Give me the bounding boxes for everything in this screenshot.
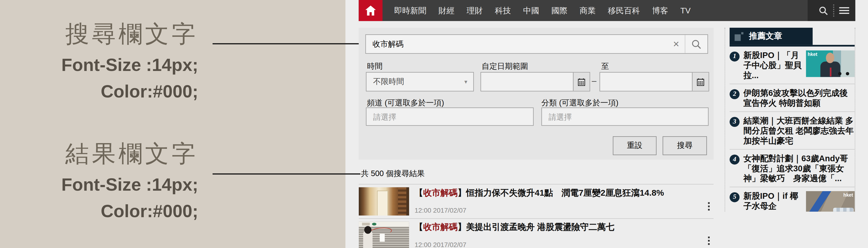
annotation-pointer-line-results xyxy=(213,173,360,175)
article-thumbnail[interactable]: hket xyxy=(806,50,855,77)
thumbnail-detail xyxy=(838,72,841,75)
rank-badge[interactable]: 1 xyxy=(730,51,740,61)
reset-button[interactable]: 重設 xyxy=(613,136,656,155)
hamburger-menu-icon[interactable] xyxy=(839,7,849,8)
nav-item-business[interactable]: 商業 xyxy=(574,5,601,16)
channel-input[interactable] xyxy=(366,108,534,126)
date-to-input[interactable] xyxy=(600,73,692,91)
result-title[interactable]: 【收市解碼】美提出引渡孟晚舟 港股震盪險守二萬七 xyxy=(415,222,714,233)
calendar-icon xyxy=(578,78,585,85)
time-select[interactable]: 不限時間 ▼ xyxy=(366,72,474,91)
search-submit-icon[interactable] xyxy=(685,39,708,49)
rank-badge[interactable]: 4 xyxy=(730,154,740,164)
nav-item-china[interactable]: 中國 xyxy=(517,5,545,16)
nav-item-international[interactable]: 國際 xyxy=(545,5,574,16)
thumbnail-detail xyxy=(377,191,388,216)
recommended-title: 推薦文章 xyxy=(749,31,782,42)
top-nav: 即時新聞 財經 理財 科技 中國 國際 商業 移民百科 博客 TV xyxy=(359,0,855,21)
nav-divider xyxy=(833,4,834,17)
category-input[interactable] xyxy=(541,108,709,126)
time-label: 時間 xyxy=(367,61,382,72)
search-annotation-color: Color:#000; xyxy=(0,82,198,101)
caret-down-icon: ▼ xyxy=(463,79,473,84)
search-panel: × 時間 不限時間 ▼ 自定日期範圍 xyxy=(359,28,714,160)
pages-icon xyxy=(735,32,743,40)
thumbnail-detail xyxy=(362,222,370,225)
home-icon xyxy=(365,5,376,16)
search-annotation-fontsize: Font-Size :14px; xyxy=(0,55,198,74)
article-title[interactable]: 新股IPO｜「月子中心股」聖貝拉... xyxy=(743,50,804,80)
date-from-input[interactable] xyxy=(481,73,573,91)
search-annotation-label: 搜尋欄文字 xyxy=(0,20,198,48)
nav-right-tools xyxy=(808,0,855,21)
list-item: 2 伊朗第6波攻擊以色列完成後宣告停火 特朗普如願 xyxy=(730,84,855,112)
result-body: 【收市解碼】美提出引渡孟晚舟 港股震盪險守二萬七 12:00 2017/02/0… xyxy=(415,222,714,248)
nav-item-finance[interactable]: 財經 xyxy=(432,5,461,16)
hket-watermark: hket xyxy=(843,193,853,197)
article-title[interactable]: 伊朗第6波攻擊以色列完成後宣告停火 特朗普如願 xyxy=(743,88,855,108)
nav-item-blog[interactable]: 博客 xyxy=(646,5,674,16)
kebab-menu-icon[interactable] xyxy=(708,202,710,204)
nav-menu: 即時新聞 財經 理財 科技 中國 國際 商業 移民百科 博客 TV xyxy=(388,5,697,16)
result-tag: 收市解碼 xyxy=(423,222,458,231)
result-item: 【收市解碼】美提出引渡孟晚舟 港股震盪險守二萬七 12:00 2017/02/0… xyxy=(359,219,714,248)
search-button[interactable]: 搜尋 xyxy=(663,136,707,155)
list-item: 5 新股IPO｜if 椰子水母企 hket xyxy=(730,187,855,212)
result-annotation-fontsize: Font-Size :14px; xyxy=(0,175,198,194)
rank-badge[interactable]: 5 xyxy=(730,192,740,202)
title-bracket: 】 xyxy=(458,188,466,197)
list-item: 4 女神配對計劃｜63歲Andy哥「復活」追求30歲「東張女神」梁敏巧 身家過億… xyxy=(730,149,855,187)
annotation-pane: 搜尋欄文字 Font-Size :14px; Color:#000; 結果欄文字… xyxy=(0,0,345,248)
thumbnail-detail xyxy=(806,191,832,212)
date-range-label: 自定日期範圍 xyxy=(482,61,528,72)
result-timestamp: 12:00 2017/02/07 xyxy=(415,206,714,214)
nav-item-realtime-news[interactable]: 即時新聞 xyxy=(388,5,433,16)
title-bracket: 】 xyxy=(458,222,466,231)
rank-badge[interactable]: 2 xyxy=(730,89,740,99)
result-title-text: 美提出引渡孟晚舟 港股震盪險守二萬七 xyxy=(466,222,614,231)
article-title[interactable]: 結業潮｜大班西餅全線結業 多間分店曾欠租 老闆廖志強去年加按半山豪宅 xyxy=(743,115,855,145)
result-thumbnail[interactable] xyxy=(359,222,409,248)
date-to-field xyxy=(599,72,709,91)
result-annotation-group: 結果欄文字 Font-Size :14px; Color:#000; xyxy=(0,140,198,221)
kebab-menu-icon[interactable] xyxy=(708,237,710,238)
result-tag: 收市解碼 xyxy=(423,188,458,197)
home-button[interactable] xyxy=(359,0,383,21)
search-input[interactable] xyxy=(366,40,668,49)
result-annotation-label: 結果欄文字 xyxy=(0,140,198,167)
result-annotation-color: Color:#000; xyxy=(0,202,198,221)
thumbnail-detail xyxy=(364,226,371,234)
title-bracket: 【 xyxy=(415,222,423,231)
nav-item-wealth[interactable]: 理財 xyxy=(461,5,489,16)
thumbnail-detail xyxy=(833,208,854,212)
result-title-text: 恒指力保不失微升41點 潤電7厘變2厘息狂瀉14.8% xyxy=(466,188,664,197)
thumbnail-detail xyxy=(380,234,385,242)
result-thumbnail[interactable] xyxy=(359,187,409,216)
recommended-header: 推薦文章 xyxy=(730,28,813,45)
title-bracket: 【 xyxy=(415,188,423,197)
nav-item-immigration[interactable]: 移民百科 xyxy=(602,5,646,16)
search-box: × xyxy=(365,34,708,54)
search-icon[interactable] xyxy=(819,6,828,15)
nav-item-tech[interactable]: 科技 xyxy=(489,5,517,16)
result-title[interactable]: 【收市解碼】恒指力保不失微升41點 潤電7厘變2厘息狂瀉14.8% xyxy=(415,187,714,198)
rank-badge[interactable]: 3 xyxy=(730,117,740,127)
list-item: 3 結業潮｜大班西餅全線結業 多間分店曾欠租 老闆廖志強去年加按半山豪宅 xyxy=(730,112,855,149)
calendar-to-button[interactable] xyxy=(692,73,709,91)
article-title[interactable]: 新股IPO｜if 椰子水母企 xyxy=(743,191,804,212)
channel-label: 頻道 (可選取多於一項) xyxy=(367,98,444,108)
thumbnail-detail xyxy=(826,53,834,63)
thumbnail-detail xyxy=(398,187,406,216)
calendar-from-button[interactable] xyxy=(573,73,590,91)
results-count: 共 500 個搜尋結果 xyxy=(359,160,714,184)
category-label: 分類 (可選取多於一項) xyxy=(541,98,619,108)
result-body: 【收市解碼】恒指力保不失微升41點 潤電7厘變2厘息狂瀉14.8% 12:00 … xyxy=(415,187,714,216)
search-annotation-group: 搜尋欄文字 Font-Size :14px; Color:#000; xyxy=(0,20,198,101)
article-title[interactable]: 女神配對計劃｜63歲Andy哥「復活」追求30歲「東張女神」梁敏巧 身家過億「.… xyxy=(743,153,855,183)
clear-icon[interactable]: × xyxy=(668,39,685,49)
screenshot-root: 搜尋欄文字 Font-Size :14px; Color:#000; 結果欄文字… xyxy=(0,0,868,248)
search-results: 共 500 個搜尋結果 【收市解碼】恒指力保不失微升41點 潤電7厘變2厘息狂瀉… xyxy=(359,160,714,248)
nav-item-tv[interactable]: TV xyxy=(674,6,696,15)
article-thumbnail[interactable]: hket xyxy=(806,191,855,212)
thumbnail-detail xyxy=(830,67,832,76)
